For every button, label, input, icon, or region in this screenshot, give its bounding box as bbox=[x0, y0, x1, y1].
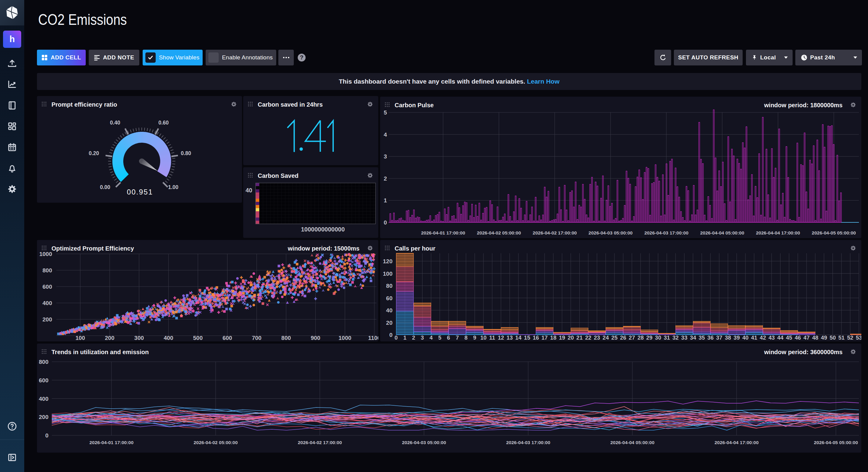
svg-text:42: 42 bbox=[760, 334, 766, 341]
svg-text:2026-04-02 17:00:00: 2026-04-02 17:00:00 bbox=[533, 230, 577, 235]
svg-text:800: 800 bbox=[39, 359, 49, 365]
svg-text:17: 17 bbox=[541, 334, 548, 341]
svg-text:45: 45 bbox=[786, 334, 792, 341]
svg-text:0: 0 bbox=[384, 219, 387, 226]
svg-text:00.951: 00.951 bbox=[127, 188, 153, 196]
svg-text:40: 40 bbox=[742, 334, 749, 341]
svg-text:1: 1 bbox=[403, 334, 406, 341]
svg-text:0.40: 0.40 bbox=[110, 120, 120, 126]
svg-text:2026-04-02 05:00:00: 2026-04-02 05:00:00 bbox=[193, 440, 238, 445]
svg-text:31: 31 bbox=[663, 334, 670, 341]
svg-text:34: 34 bbox=[690, 334, 696, 341]
svg-text:36: 36 bbox=[708, 334, 714, 341]
svg-text:2026-04-05 05:00:00: 2026-04-05 05:00:00 bbox=[812, 230, 856, 235]
svg-text:52: 52 bbox=[847, 334, 854, 341]
svg-text:2026-04-03 05:00:00: 2026-04-03 05:00:00 bbox=[402, 440, 446, 445]
svg-text:11: 11 bbox=[489, 334, 495, 341]
svg-text:20: 20 bbox=[567, 334, 574, 341]
svg-text:600: 600 bbox=[42, 284, 52, 290]
svg-text:47: 47 bbox=[804, 334, 810, 341]
svg-text:35: 35 bbox=[699, 334, 705, 341]
svg-text:0: 0 bbox=[45, 432, 49, 439]
svg-text:0.20: 0.20 bbox=[89, 150, 99, 156]
svg-text:6: 6 bbox=[447, 334, 450, 341]
svg-text:49: 49 bbox=[821, 334, 827, 341]
svg-text:2026-04-01 17:00:00: 2026-04-01 17:00:00 bbox=[421, 230, 465, 235]
svg-text:2026-04-04 17:00:00: 2026-04-04 17:00:00 bbox=[714, 440, 759, 445]
svg-text:20: 20 bbox=[386, 320, 393, 326]
svg-text:0: 0 bbox=[395, 334, 398, 341]
svg-text:53: 53 bbox=[856, 334, 861, 341]
svg-text:50: 50 bbox=[830, 334, 836, 341]
svg-text:400: 400 bbox=[42, 300, 52, 306]
svg-text:13: 13 bbox=[507, 334, 513, 341]
svg-text:100: 100 bbox=[383, 270, 393, 277]
svg-text:24: 24 bbox=[603, 334, 609, 341]
svg-text:200: 200 bbox=[39, 414, 49, 420]
svg-text:25: 25 bbox=[612, 334, 618, 341]
svg-text:4: 4 bbox=[430, 334, 433, 341]
svg-text:1: 1 bbox=[384, 197, 387, 204]
svg-text:38: 38 bbox=[725, 334, 731, 341]
svg-text:0: 0 bbox=[389, 332, 393, 338]
svg-text:2026-04-03 17:00:00: 2026-04-03 17:00:00 bbox=[644, 230, 688, 235]
svg-text:80: 80 bbox=[386, 283, 393, 289]
svg-text:30: 30 bbox=[655, 334, 661, 341]
svg-text:4: 4 bbox=[384, 131, 387, 138]
svg-text:0.80: 0.80 bbox=[181, 150, 191, 156]
svg-text:0.00: 0.00 bbox=[100, 184, 110, 190]
svg-text:1000000000000: 1000000000000 bbox=[301, 226, 345, 233]
svg-text:28: 28 bbox=[638, 334, 644, 341]
svg-text:40: 40 bbox=[246, 187, 252, 194]
svg-text:400: 400 bbox=[39, 396, 49, 402]
svg-text:51: 51 bbox=[838, 334, 845, 341]
svg-text:5: 5 bbox=[438, 334, 441, 341]
svg-text:26: 26 bbox=[620, 334, 626, 341]
svg-text:23: 23 bbox=[594, 334, 600, 341]
svg-text:800: 800 bbox=[42, 267, 52, 273]
svg-text:12: 12 bbox=[498, 334, 504, 341]
svg-text:7: 7 bbox=[456, 334, 459, 341]
svg-text:2026-04-03 05:00:00: 2026-04-03 05:00:00 bbox=[588, 230, 633, 235]
svg-text:1.00: 1.00 bbox=[168, 184, 178, 190]
svg-text:33: 33 bbox=[681, 334, 687, 341]
svg-text:27: 27 bbox=[629, 334, 635, 341]
svg-text:14: 14 bbox=[515, 334, 522, 341]
svg-text:5: 5 bbox=[384, 109, 387, 116]
svg-text:41: 41 bbox=[751, 334, 757, 341]
svg-text:2026-04-03 17:00:00: 2026-04-03 17:00:00 bbox=[506, 440, 550, 445]
svg-text:2026-04-01 17:00:00: 2026-04-01 17:00:00 bbox=[89, 440, 133, 445]
svg-text:0.60: 0.60 bbox=[158, 120, 169, 126]
svg-text:15: 15 bbox=[524, 334, 530, 341]
svg-text:2026-04-02 17:00:00: 2026-04-02 17:00:00 bbox=[298, 440, 342, 445]
svg-text:2026-04-04 05:00:00: 2026-04-04 05:00:00 bbox=[700, 230, 744, 235]
svg-text:21: 21 bbox=[576, 334, 583, 341]
svg-text:29: 29 bbox=[646, 334, 653, 341]
svg-text:16: 16 bbox=[533, 334, 539, 341]
svg-text:3: 3 bbox=[384, 153, 387, 160]
svg-text:120: 120 bbox=[383, 258, 393, 264]
svg-text:32: 32 bbox=[672, 334, 679, 341]
svg-text:39: 39 bbox=[734, 334, 740, 341]
svg-text:2026-04-04 17:00:00: 2026-04-04 17:00:00 bbox=[756, 230, 800, 235]
svg-text:10: 10 bbox=[480, 334, 487, 341]
svg-text:200: 200 bbox=[42, 316, 52, 323]
svg-text:22: 22 bbox=[585, 334, 591, 341]
svg-text:8: 8 bbox=[464, 334, 467, 341]
svg-text:46: 46 bbox=[795, 334, 801, 341]
svg-text:60: 60 bbox=[386, 295, 393, 301]
svg-text:43: 43 bbox=[768, 334, 775, 341]
svg-text:2026-04-02 05:00:00: 2026-04-02 05:00:00 bbox=[477, 230, 521, 235]
svg-text:1000: 1000 bbox=[39, 251, 52, 257]
svg-text:2: 2 bbox=[384, 175, 387, 182]
svg-text:2026-04-05 05:00:00: 2026-04-05 05:00:00 bbox=[814, 440, 858, 445]
svg-text:37: 37 bbox=[716, 334, 722, 341]
svg-text:19: 19 bbox=[559, 334, 565, 341]
svg-text:40: 40 bbox=[386, 307, 393, 314]
svg-text:3: 3 bbox=[421, 334, 424, 341]
svg-text:18: 18 bbox=[550, 334, 557, 341]
svg-text:600: 600 bbox=[39, 377, 49, 384]
svg-text:48: 48 bbox=[812, 334, 818, 341]
svg-text:9: 9 bbox=[473, 334, 476, 341]
svg-text:2: 2 bbox=[412, 334, 415, 341]
